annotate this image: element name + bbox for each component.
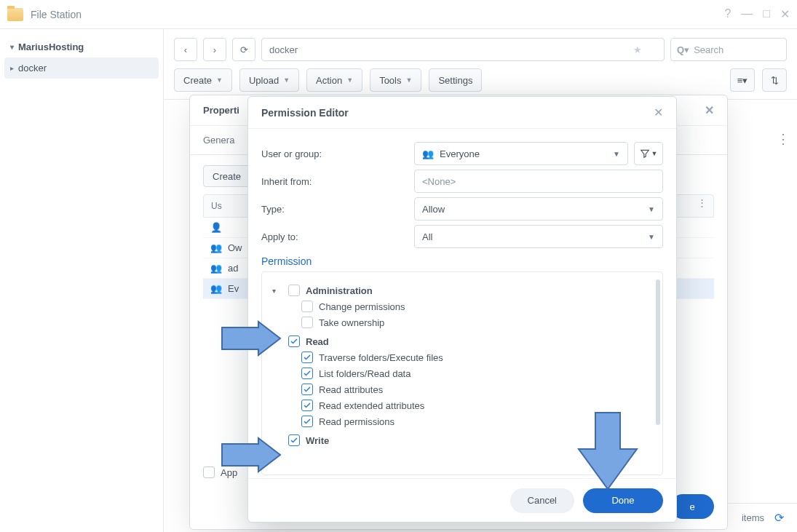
settings-button[interactable]: Settings bbox=[429, 68, 482, 92]
annotation-arrow-icon bbox=[575, 409, 641, 493]
close-icon[interactable]: ✕ bbox=[705, 103, 714, 117]
group-icon: 👥 bbox=[210, 283, 222, 294]
properties-title: Properti bbox=[203, 105, 239, 116]
favorite-star-icon[interactable]: ★ bbox=[633, 44, 642, 55]
create-button[interactable]: Create▼ bbox=[174, 68, 232, 92]
upload-button[interactable]: Upload▼ bbox=[239, 68, 299, 92]
inherit-from-label: Inherit from: bbox=[261, 176, 414, 187]
perm-list-folders[interactable]: List folders/Read data bbox=[272, 365, 652, 381]
caret-down-icon: ▼ bbox=[648, 233, 655, 241]
perm-read-attributes[interactable]: Read attributes bbox=[272, 381, 652, 397]
checkbox-icon[interactable] bbox=[301, 400, 313, 411]
sidebar-root[interactable]: ▾ MariusHosting bbox=[0, 36, 163, 57]
user-icon: 👤 bbox=[210, 222, 222, 233]
group-icon: 👥 bbox=[210, 263, 222, 274]
checkbox-icon[interactable] bbox=[301, 317, 313, 328]
apply-to-select[interactable]: All▼ bbox=[414, 225, 663, 248]
user-or-group-select[interactable]: 👥Everyone ▼ bbox=[414, 142, 628, 165]
checkbox-icon[interactable] bbox=[301, 352, 313, 363]
tab-general[interactable]: Genera bbox=[190, 126, 247, 154]
collapse-icon[interactable]: ▾ bbox=[272, 287, 282, 295]
cancel-button[interactable]: Cancel bbox=[510, 488, 574, 513]
group-icon: 👥 bbox=[210, 242, 222, 253]
titlebar: File Station ? — □ ✕ bbox=[0, 0, 797, 29]
items-label: items bbox=[742, 512, 764, 523]
save-button[interactable]: e bbox=[670, 494, 714, 519]
maximize-icon[interactable]: □ bbox=[763, 7, 770, 21]
search-icon: Q▾ bbox=[677, 44, 689, 55]
perm-traverse-folders[interactable]: Traverse folders/Execute files bbox=[272, 349, 652, 365]
action-button[interactable]: Action▼ bbox=[306, 68, 362, 92]
caret-down-icon: ▼ bbox=[613, 150, 620, 158]
window-title: File Station bbox=[31, 9, 724, 20]
checkbox-icon[interactable] bbox=[301, 368, 313, 379]
filter-button[interactable]: ▼ bbox=[634, 142, 663, 165]
checkbox-icon[interactable] bbox=[301, 416, 313, 427]
checkbox-icon[interactable] bbox=[288, 336, 300, 347]
annotation-arrow-icon bbox=[218, 320, 284, 357]
apply-to-label: Apply to: bbox=[261, 231, 414, 242]
create-permission-button[interactable]: Create bbox=[203, 165, 250, 187]
nav-toolbar: ‹ › ⟳ docker ★ Q▾ Search bbox=[164, 29, 797, 65]
funnel-icon bbox=[640, 148, 650, 159]
checkbox-icon[interactable] bbox=[288, 285, 300, 296]
scrollbar[interactable] bbox=[656, 279, 660, 425]
search-input[interactable]: Q▾ Search bbox=[670, 38, 787, 61]
help-icon[interactable]: ? bbox=[724, 7, 731, 21]
perm-read[interactable]: Read bbox=[272, 333, 652, 349]
checkbox-icon[interactable] bbox=[301, 301, 313, 312]
column-options-icon[interactable]: ⋮ bbox=[777, 131, 790, 147]
sidebar: ▾ MariusHosting ▸ docker bbox=[0, 29, 164, 532]
path-input[interactable]: docker ★ bbox=[261, 38, 665, 61]
refresh-button[interactable]: ⟳ bbox=[232, 38, 255, 61]
minimize-icon[interactable]: — bbox=[741, 7, 753, 21]
close-icon[interactable]: ✕ bbox=[654, 106, 663, 119]
forward-button[interactable]: › bbox=[203, 38, 226, 61]
checkbox-icon bbox=[203, 467, 215, 478]
close-window-icon[interactable]: ✕ bbox=[780, 7, 790, 21]
back-button[interactable]: ‹ bbox=[174, 38, 197, 61]
refresh-icon[interactable]: ⟳ bbox=[774, 511, 784, 525]
table-options-icon[interactable]: ⋮ bbox=[697, 197, 707, 208]
search-placeholder: Search bbox=[694, 44, 723, 55]
list-view-button[interactable]: ≡▾ bbox=[730, 68, 755, 92]
sidebar-item-docker[interactable]: ▸ docker bbox=[4, 57, 159, 79]
checkbox-icon[interactable] bbox=[301, 384, 313, 395]
annotation-arrow-icon bbox=[218, 437, 284, 473]
perm-change-permissions[interactable]: Change permissions bbox=[272, 298, 652, 314]
permission-section-title: Permission bbox=[261, 255, 663, 267]
type-label: Type: bbox=[261, 204, 414, 215]
inherit-from-field: <None> bbox=[414, 170, 663, 193]
caret-down-icon: ▾ bbox=[10, 43, 14, 51]
app-folder-icon bbox=[7, 8, 23, 21]
col-user: Us bbox=[204, 195, 240, 217]
type-select[interactable]: Allow▼ bbox=[414, 197, 663, 221]
caret-down-icon: ▼ bbox=[648, 205, 655, 213]
sidebar-root-label: MariusHosting bbox=[18, 41, 84, 52]
tools-button[interactable]: Tools▼ bbox=[370, 68, 421, 92]
user-or-group-label: User or group: bbox=[261, 148, 414, 159]
perm-administration[interactable]: ▾ Administration bbox=[272, 282, 652, 298]
permission-editor-title: Permission Editor bbox=[261, 107, 349, 119]
group-icon: 👥 bbox=[422, 148, 434, 159]
sort-button[interactable]: ⇅ bbox=[762, 68, 787, 92]
sidebar-item-label: docker bbox=[18, 63, 47, 74]
checkbox-icon[interactable] bbox=[288, 434, 300, 446]
caret-right-icon: ▸ bbox=[10, 64, 14, 72]
path-value: docker bbox=[269, 44, 298, 55]
perm-take-ownership[interactable]: Take ownership bbox=[272, 314, 652, 330]
